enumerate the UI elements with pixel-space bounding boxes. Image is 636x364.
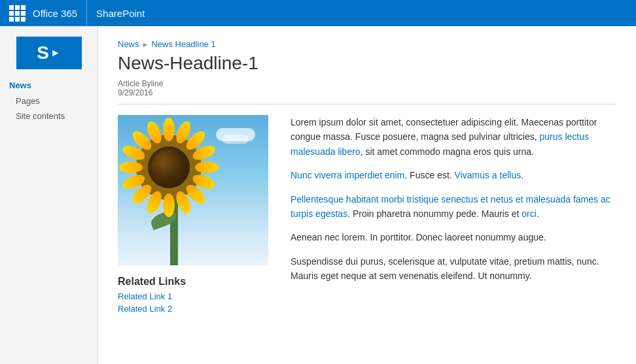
link-vivamus[interactable]: Vivamus a tellus	[455, 170, 521, 180]
breadcrumb-sep: ►	[142, 41, 149, 48]
left-column: Related Links Related Link 1 Related Lin…	[118, 115, 275, 316]
breadcrumb-news[interactable]: News	[118, 39, 139, 49]
sidebar-item-site-contents[interactable]: Site contents	[0, 108, 97, 124]
breadcrumb: News ► News Headline 1	[118, 39, 616, 49]
sharepoint-logo-s: S	[37, 42, 49, 63]
link-orci[interactable]: orci	[521, 208, 537, 219]
article-para-3: Pellentesque habitant morbi tristique se…	[291, 192, 616, 222]
sidebar: S ► News Pages Site contents	[0, 26, 98, 364]
article-image	[118, 115, 268, 265]
sidebar-item-pages[interactable]: Pages	[0, 93, 97, 108]
link-nunc[interactable]: Nunc viverra imperdiet enim	[291, 170, 404, 180]
content-divider	[118, 104, 616, 105]
sharepoint-label[interactable]: SharePoint	[96, 8, 145, 19]
article-meta: Article Byline 9/29/2016	[118, 79, 616, 97]
sidebar-nav: News Pages Site contents	[0, 77, 97, 124]
related-link-2[interactable]: Related Link 2	[118, 304, 275, 314]
article-para-4: Aenean nec lorem. In porttitor. Donec la…	[291, 230, 616, 244]
sharepoint-logo-arrow: ►	[50, 47, 61, 59]
article-byline-label: Article Byline	[118, 79, 616, 88]
topbar: Office 365 SharePoint	[0, 0, 636, 26]
right-column: Lorem ipsum dolor sit amet, consectetuer…	[291, 115, 616, 316]
article-para-2: Nunc viverra imperdiet enim. Fusce est. …	[291, 168, 616, 182]
office365-label[interactable]: Office 365	[33, 0, 87, 26]
related-link-1[interactable]: Related Link 1	[118, 291, 275, 301]
main-content: News ► News Headline 1 News-Headline-1 A…	[98, 26, 636, 364]
link-pellentesque[interactable]: Pellentesque habitant morbi tristique se…	[291, 194, 610, 219]
breadcrumb-headline1[interactable]: News Headline 1	[151, 39, 215, 49]
sidebar-item-news[interactable]: News	[0, 77, 97, 93]
article-para-1: Lorem ipsum dolor sit amet, consectetuer…	[291, 115, 616, 159]
sharepoint-logo: S ►	[16, 37, 82, 69]
content-area: Related Links Related Link 1 Related Lin…	[118, 115, 616, 316]
page-title: News-Headline-1	[118, 53, 616, 74]
article-para-5: Suspendisse dui purus, scelerisque at, v…	[291, 254, 616, 284]
article-date: 9/29/2016	[118, 88, 616, 97]
link-purus[interactable]: purus lectus malesuada libero	[291, 131, 589, 156]
related-links-section: Related Links Related Link 1 Related Lin…	[118, 276, 275, 314]
layout: S ► News Pages Site contents News ► News…	[0, 26, 636, 364]
related-links-heading: Related Links	[118, 276, 275, 288]
waffle-icon[interactable]	[7, 3, 27, 24]
